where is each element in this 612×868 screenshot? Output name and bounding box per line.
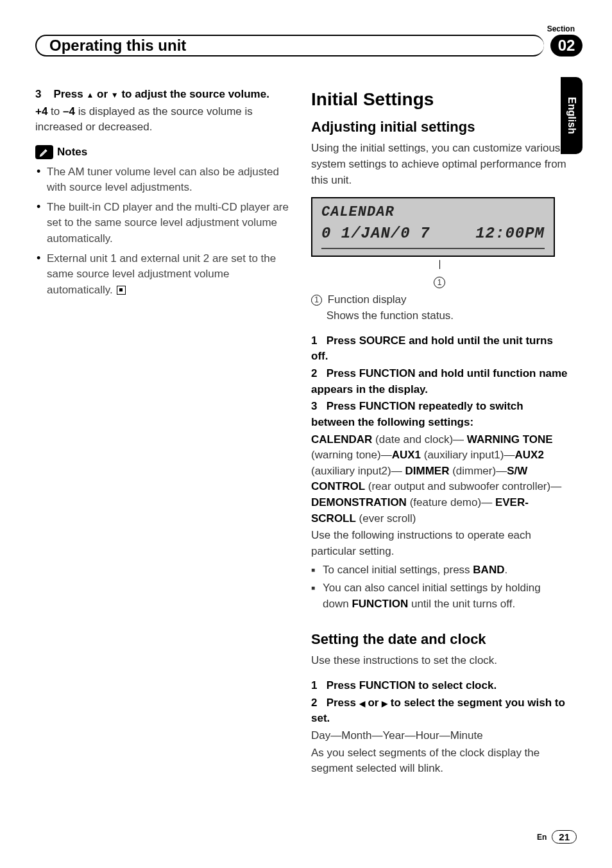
- text: or: [365, 697, 382, 709]
- text: Press FUNCTION and hold until function n…: [311, 367, 568, 395]
- text: or: [94, 88, 110, 100]
- right-triangle-icon: [382, 697, 387, 709]
- callout-text: Shows the function status.: [327, 309, 454, 322]
- step-number: 1: [311, 334, 317, 347]
- settings-list: CALENDAR (date and clock)— WARNING TONE …: [311, 432, 568, 527]
- notes-list: The AM tuner volume level can also be ad…: [35, 164, 292, 299]
- segments-desc: As you select segments of the clock disp…: [311, 745, 568, 777]
- r-step3: 3 Press FUNCTION repeatedly to switch be…: [311, 399, 568, 430]
- text: (feature demo)—: [407, 496, 492, 508]
- text: (auxiliary input2)—: [311, 465, 402, 477]
- setting-warning-tone: WARNING TONE: [467, 433, 553, 446]
- text: External unit 1 and external unit 2 are …: [47, 252, 276, 296]
- page-footer: En 21: [537, 830, 577, 844]
- value-plus4: +4: [35, 105, 47, 117]
- callout-number-icon: 1: [434, 277, 445, 288]
- lcd-line1: CALENDAR: [321, 202, 545, 223]
- footer-lang: En: [537, 833, 547, 842]
- setting-demonstration: DEMONSTRATION: [311, 496, 407, 508]
- text: Press FUNCTION repeatedly to switch betw…: [311, 400, 523, 428]
- up-triangle-icon: [86, 88, 94, 100]
- text: Press FUNCTION to select clock.: [327, 679, 497, 691]
- lcd-screen: CALENDAR 0 1/JAN/0 7 12:00PM: [311, 197, 555, 257]
- function-key: FUNCTION: [352, 598, 408, 610]
- title-bar: Operating this unit: [35, 35, 544, 56]
- text: (date and clock)—: [372, 433, 464, 446]
- r-step1: 1 Press SOURCE and hold until the unit t…: [311, 333, 568, 365]
- text: (dimmer)—: [449, 465, 507, 477]
- text: Press: [53, 88, 86, 100]
- section-number-badge: 02: [550, 35, 582, 56]
- lcd-time: 12:00PM: [475, 223, 545, 245]
- circled-1-icon: 1: [311, 295, 322, 306]
- heading-adjusting: Adjusting initial settings: [311, 117, 568, 137]
- text: (warning tone)—: [311, 449, 392, 461]
- setting-aux2: AUX2: [514, 449, 543, 461]
- manual-page: Section 02 Operating this unit English 3…: [0, 0, 612, 868]
- band-key: BAND: [473, 564, 504, 576]
- note-item: The built-in CD player and the multi-CD …: [47, 200, 292, 247]
- use-following: Use the following instructions to operat…: [311, 528, 568, 559]
- left-column: 3 Press or to adjust the source volume. …: [35, 87, 292, 786]
- clock-intro: Use these instructions to set the clock.: [311, 653, 568, 669]
- text: (rear output and subwoofer controller)—: [365, 480, 561, 492]
- callout-pointer: 1: [311, 258, 568, 290]
- pencil-icon: [35, 145, 53, 159]
- note-item: External unit 1 and external unit 2 are …: [47, 251, 292, 299]
- notes-label: Notes: [57, 144, 87, 161]
- callout-desc: 1 Function display Shows the function st…: [311, 292, 568, 324]
- value-minus4: –4: [63, 105, 75, 117]
- lcd-date: 0 1/JAN/0 7: [321, 223, 430, 245]
- end-square-icon: [117, 286, 126, 295]
- step-number: 3: [311, 400, 317, 412]
- setting-dimmer: DIMMER: [405, 465, 449, 477]
- step-number: 3: [35, 88, 41, 100]
- lcd-display-figure: CALENDAR 0 1/JAN/0 7 12:00PM 1: [311, 197, 568, 290]
- setting-aux1: AUX1: [392, 449, 421, 461]
- down-triangle-icon: [111, 88, 119, 100]
- cancel-notes: To cancel initial settings, press BAND. …: [311, 562, 568, 612]
- text: until the unit turns off.: [408, 598, 515, 610]
- page-title: Operating this unit: [49, 37, 186, 55]
- callout-label: Function display: [328, 293, 407, 306]
- left-triangle-icon: [359, 697, 365, 709]
- step-number: 1: [311, 679, 317, 691]
- step-number: 2: [311, 367, 317, 379]
- heading-clock: Setting the date and clock: [311, 629, 568, 650]
- cancel-note-2: You can also cancel initial settings by …: [323, 580, 568, 612]
- text: To cancel initial settings, press: [323, 564, 473, 576]
- left-step3: 3 Press or to adjust the source volume.: [35, 87, 292, 103]
- text: (ever scroll): [356, 512, 416, 525]
- cancel-note-1: To cancel initial settings, press BAND.: [323, 562, 568, 578]
- c-step2: 2 Press or to select the segment you wis…: [311, 695, 568, 727]
- text: Press: [327, 697, 359, 709]
- segments-list: Day—Month—Year—Hour—Minute: [311, 728, 568, 744]
- notes-heading: Notes: [35, 144, 292, 161]
- setting-calendar: CALENDAR: [311, 433, 372, 446]
- r-step2: 2 Press FUNCTION and hold until function…: [311, 366, 568, 397]
- footer-page-number: 21: [552, 830, 577, 844]
- note-item: The AM tuner volume level can also be ad…: [47, 164, 292, 196]
- text: to adjust the source volume.: [119, 88, 269, 100]
- text: to: [47, 105, 63, 117]
- lcd-line2: 0 1/JAN/0 7 12:00PM: [321, 223, 545, 249]
- right-column: Initial Settings Adjusting initial setti…: [311, 87, 568, 786]
- text: Press SOURCE and hold until the unit tur…: [311, 334, 553, 363]
- left-body: +4 to –4 is displayed as the source volu…: [35, 104, 292, 135]
- c-step1: 1 Press FUNCTION to select clock.: [311, 678, 568, 694]
- section-label: Section: [547, 24, 575, 33]
- text: (auxiliary input1)—: [421, 449, 514, 461]
- intro-text: Using the initial settings, you can cust…: [311, 141, 568, 188]
- step-number: 2: [311, 697, 317, 709]
- heading-initial-settings: Initial Settings: [311, 87, 568, 113]
- text: .: [504, 564, 507, 576]
